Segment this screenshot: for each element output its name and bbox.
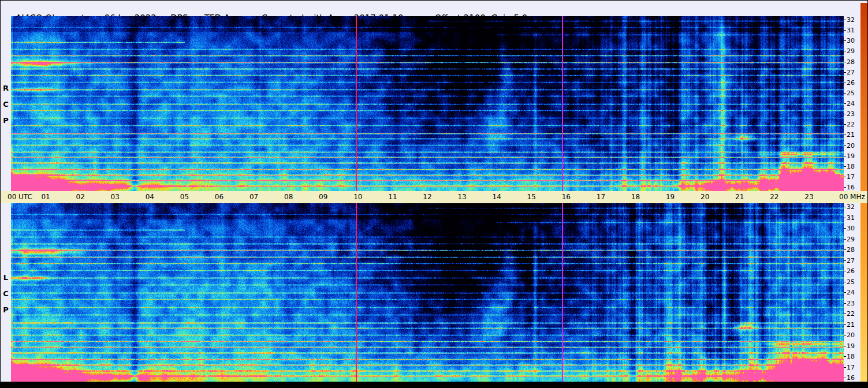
time-tick: 09	[319, 193, 327, 201]
freq-tick-mark	[844, 177, 846, 177]
freq-tick-label: 22	[847, 310, 860, 318]
freq-tick-mark	[844, 282, 846, 282]
freq-tick-label: 17	[847, 363, 860, 371]
freq-tick-mark	[844, 378, 846, 378]
freq-tick-mark	[844, 356, 846, 357]
time-tick: 12	[423, 193, 431, 201]
freq-tick-label: 20	[847, 141, 860, 149]
freq-tick-label: 29	[847, 47, 860, 55]
freq-tick-label: 16	[847, 184, 860, 191]
freq-tick-label: 32	[847, 16, 860, 24]
freq-tick-label: 19	[847, 152, 860, 159]
title-bar: AJ4CO Observatory 06 Jun 2022 - DPS on T…	[5, 3, 527, 14]
freq-tick-label: 21	[847, 320, 860, 328]
time-tick: 23	[804, 193, 813, 201]
freq-tick-label: 26	[847, 267, 860, 275]
time-tick: 06	[215, 193, 223, 201]
label-letter: C	[2, 290, 10, 297]
freq-tick-mark	[844, 166, 846, 167]
time-tick: 15	[527, 193, 536, 201]
freq-tick-mark	[844, 239, 846, 240]
polarization-label-rcp: R C P	[2, 84, 10, 133]
freq-tick-mark	[844, 207, 846, 207]
freq-tick-mark	[844, 124, 846, 125]
time-tick: 03	[111, 193, 120, 201]
bottom-border	[1, 382, 868, 388]
freq-tick-mark	[844, 314, 846, 314]
freq-tick-label: 22	[847, 121, 860, 128]
freq-tick-mark	[844, 30, 846, 31]
freq-tick-mark	[844, 156, 846, 156]
freq-tick-mark	[844, 146, 846, 146]
freq-tick-mark	[844, 62, 846, 62]
freq-tick-label: 25	[847, 278, 860, 285]
freq-tick-label: 21	[847, 131, 860, 139]
freq-tick-label: 28	[847, 246, 860, 253]
freq-tick-mark	[844, 335, 846, 335]
freq-tick-label: 23	[847, 110, 860, 118]
polarization-label-lcp: L C P	[2, 274, 10, 322]
freq-tick-mark	[844, 93, 846, 94]
freq-tick-label: 25	[847, 89, 860, 96]
time-tick: 19	[666, 193, 675, 201]
freq-tick-label: 30	[847, 37, 860, 44]
freq-tick-mark	[844, 135, 846, 135]
freq-tick-mark	[844, 40, 846, 41]
freq-tick-mark	[844, 103, 846, 104]
freq-tick-label: 31	[847, 27, 860, 34]
freq-tick-label: 24	[847, 100, 860, 107]
time-tick: 05	[180, 193, 189, 201]
freq-tick-label: 31	[847, 214, 860, 221]
freq-tick-label: 17	[847, 173, 860, 180]
freq-tick-mark	[844, 260, 846, 261]
freq-tick-label: 26	[847, 79, 860, 86]
freq-tick-label: 24	[847, 289, 860, 296]
label-letter: C	[2, 100, 10, 108]
freq-tick-label: 28	[847, 58, 860, 65]
freq-tick-label: 30	[847, 225, 860, 232]
time-tick: 13	[457, 193, 466, 201]
time-tick: 08	[284, 193, 293, 201]
freq-tick-label: 18	[847, 353, 860, 360]
label-letter: R	[2, 84, 10, 92]
time-tick: 21	[735, 193, 744, 201]
spectrogram-lcp-canvas	[11, 203, 844, 382]
freq-tick-mark	[844, 303, 846, 304]
time-tick: 22	[770, 193, 778, 201]
freq-tick-mark	[844, 346, 846, 346]
freq-tick-mark	[844, 249, 846, 250]
time-tick: 00 MHz	[839, 193, 865, 201]
time-axis: 00 UTC0102030405060708091011121314151617…	[1, 191, 868, 203]
time-tick: 14	[493, 193, 501, 201]
label-letter: L	[2, 274, 10, 281]
time-tick: 11	[388, 193, 397, 201]
label-letter: P	[2, 117, 10, 124]
freq-tick-mark	[844, 20, 846, 20]
freq-tick-label: 20	[847, 331, 860, 339]
freq-tick-label: 19	[847, 342, 860, 349]
time-tick: 20	[701, 193, 709, 201]
time-tick: 01	[41, 193, 50, 201]
time-tick: 04	[146, 193, 154, 201]
time-tick: 17	[597, 193, 605, 201]
freq-tick-mark	[844, 83, 846, 83]
spectrogram-page: AJ4CO Observatory 06 Jun 2022 - DPS on T…	[0, 0, 868, 388]
freq-tick-label: 27	[847, 256, 860, 264]
freq-tick-mark	[844, 324, 846, 325]
freq-tick-mark	[844, 292, 846, 293]
freq-tick-label: 18	[847, 162, 860, 170]
spectrogram-rcp-canvas	[11, 16, 844, 191]
freq-tick-mark	[844, 271, 846, 271]
freq-tick-mark	[844, 51, 846, 51]
freq-tick-label: 32	[847, 203, 860, 211]
time-tick: 18	[631, 193, 640, 201]
time-tick: 10	[353, 193, 362, 201]
freq-tick-mark	[844, 228, 846, 229]
freq-tick-mark	[844, 218, 846, 218]
freq-tick-mark	[844, 72, 846, 73]
time-tick: 00 UTC	[8, 193, 32, 201]
time-tick: 07	[249, 193, 258, 201]
label-letter: P	[2, 306, 10, 314]
freq-tick-mark	[844, 187, 846, 188]
time-tick: 02	[76, 193, 85, 201]
